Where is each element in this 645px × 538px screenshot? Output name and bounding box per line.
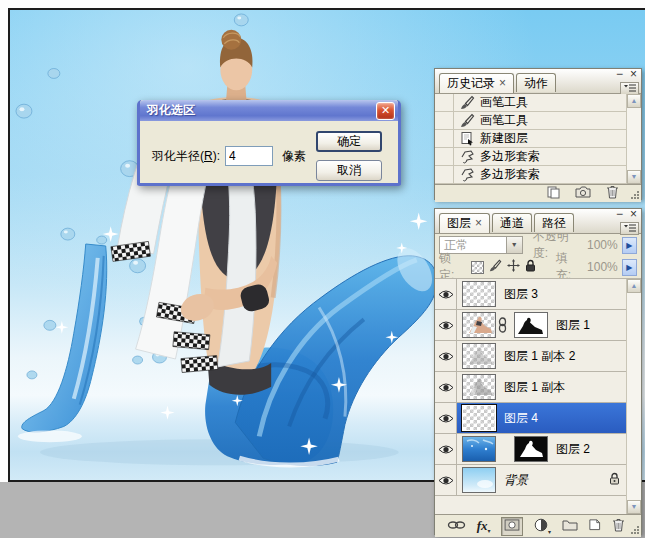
scroll-up-icon[interactable]: ▲	[627, 279, 641, 293]
layer-thumbnail[interactable]	[462, 467, 496, 493]
layer-thumbnail[interactable]	[462, 436, 496, 462]
close-icon[interactable]: ×	[630, 69, 637, 80]
panel-menu-icon[interactable]	[620, 222, 639, 235]
chevron-down-icon[interactable]: ▼	[506, 237, 522, 253]
layer-thumbnail[interactable]	[462, 405, 496, 431]
brush-icon	[454, 113, 480, 128]
visibility-toggle[interactable]	[435, 403, 457, 433]
visibility-toggle[interactable]	[435, 372, 457, 402]
scroll-up-icon[interactable]: ▲	[627, 94, 641, 108]
layer-row[interactable]: 图层 1	[435, 310, 626, 341]
layer-mask-thumbnail[interactable]	[514, 312, 548, 338]
dialog-title: 羽化选区	[147, 102, 376, 119]
move-lock-icon[interactable]	[507, 259, 520, 275]
layer-thumbnail[interactable]	[462, 374, 496, 400]
history-source-checkbox[interactable]	[435, 148, 454, 165]
layer-row[interactable]: 图层 1 副本	[435, 372, 626, 403]
layer-thumbnail[interactable]	[462, 281, 496, 307]
new-layer-icon[interactable]	[588, 518, 601, 534]
tab-actions[interactable]: 动作	[516, 73, 556, 92]
brush-lock-icon[interactable]	[489, 259, 502, 275]
visibility-toggle[interactable]	[435, 310, 457, 340]
fx-icon[interactable]: fx▾	[477, 518, 491, 534]
layers-list: 图层 3 图层 1	[435, 278, 641, 514]
history-item-label: 画笔工具	[480, 94, 528, 111]
lock-icon[interactable]	[525, 259, 536, 275]
layers-tabbar: − × 图层× 通道 路径	[435, 209, 641, 234]
mask-icon[interactable]	[501, 517, 523, 536]
layer-thumbnail[interactable]	[462, 312, 496, 338]
new-layer-icon	[454, 131, 480, 146]
history-source-checkbox[interactable]	[435, 166, 454, 183]
cancel-button[interactable]: 取消	[316, 160, 382, 181]
trash-icon[interactable]	[606, 185, 619, 202]
fill-slider-icon[interactable]: ▶	[622, 259, 637, 276]
layer-name: 图层 1	[556, 317, 590, 334]
tab-layers[interactable]: 图层×	[439, 213, 490, 233]
layer-row[interactable]: 图层 1 副本 2	[435, 341, 626, 372]
polygon-lasso-icon	[454, 149, 480, 164]
resize-grip[interactable]	[629, 525, 640, 536]
feather-dialog-titlebar[interactable]: 羽化选区 ✕	[140, 100, 398, 121]
tab-close-icon[interactable]: ×	[475, 216, 482, 230]
resize-grip[interactable]	[629, 190, 640, 201]
polygon-lasso-icon	[454, 167, 480, 182]
history-item[interactable]: 多边形套索	[435, 148, 626, 166]
layer-name: 背景	[504, 472, 528, 489]
adjustment-icon[interactable]: ▾	[534, 518, 551, 535]
close-icon[interactable]: ×	[630, 209, 637, 220]
visibility-toggle[interactable]	[435, 279, 457, 309]
visibility-toggle[interactable]	[435, 434, 457, 464]
transparency-lock-icon[interactable]	[471, 261, 484, 274]
layer-row[interactable]: 图层 3	[435, 279, 626, 310]
radius-input[interactable]	[225, 146, 273, 166]
layer-name: 图层 2	[556, 441, 590, 458]
history-scrollbar[interactable]: ▲ ▼	[626, 94, 641, 184]
folder-icon[interactable]	[562, 519, 578, 534]
history-item-label: 多边形套索	[480, 148, 540, 165]
feather-dialog: 羽化选区 ✕ 羽化半径(R): 像素 确定 取消	[137, 100, 401, 186]
history-item[interactable]: 多边形套索	[435, 166, 626, 184]
link-icon[interactable]	[447, 519, 466, 533]
layer-row-selected[interactable]: 图层 4	[435, 403, 626, 434]
layer-name: 图层 1 副本 2	[504, 348, 575, 365]
history-source-checkbox[interactable]	[435, 130, 454, 147]
blend-row: 正常 ▼ 不透明度: 100% ▶	[435, 234, 641, 256]
radius-label: 羽化半径(R):	[152, 148, 220, 165]
opacity-value: 100%	[585, 238, 617, 252]
history-source-checkbox[interactable]	[435, 94, 454, 111]
opacity-slider-icon[interactable]: ▶	[622, 237, 637, 254]
layer-row[interactable]: 图层 2	[435, 434, 626, 465]
tab-close-icon[interactable]: ×	[499, 76, 506, 90]
layer-thumbnail[interactable]	[462, 343, 496, 369]
visibility-toggle[interactable]	[435, 341, 457, 371]
tab-history[interactable]: 历史记录×	[439, 73, 514, 93]
history-item[interactable]: 画笔工具	[435, 112, 626, 130]
tab-layers-label: 图层	[447, 216, 471, 230]
fill-value: 100%	[586, 260, 618, 274]
minimize-icon[interactable]: −	[616, 209, 623, 220]
link-mask-icon[interactable]	[496, 317, 509, 333]
ok-button[interactable]: 确定	[316, 131, 382, 152]
layer-mask-thumbnail[interactable]	[514, 436, 548, 462]
tab-actions-label: 动作	[524, 76, 548, 90]
scroll-down-icon[interactable]: ▼	[627, 500, 641, 514]
history-item-label: 多边形套索	[480, 166, 540, 183]
layer-row-background[interactable]: 背景	[435, 465, 626, 496]
tab-paths[interactable]: 路径	[534, 213, 574, 232]
trash-icon[interactable]	[612, 518, 625, 535]
visibility-toggle[interactable]	[435, 465, 457, 495]
new-document-icon[interactable]	[547, 186, 560, 202]
history-item-label: 画笔工具	[480, 112, 528, 129]
history-item[interactable]: 新建图层	[435, 130, 626, 148]
minimize-icon[interactable]: −	[616, 69, 623, 80]
scroll-down-icon[interactable]: ▼	[627, 170, 641, 184]
layer-name: 图层 1 副本	[504, 379, 565, 396]
close-icon[interactable]: ✕	[376, 102, 395, 120]
camera-icon[interactable]	[575, 186, 591, 201]
history-item[interactable]: 画笔工具	[435, 94, 626, 112]
layers-scrollbar[interactable]: ▲ ▼	[626, 279, 641, 514]
history-source-checkbox[interactable]	[435, 112, 454, 129]
layer-name: 图层 4	[504, 410, 538, 427]
tab-channels[interactable]: 通道	[492, 213, 532, 232]
